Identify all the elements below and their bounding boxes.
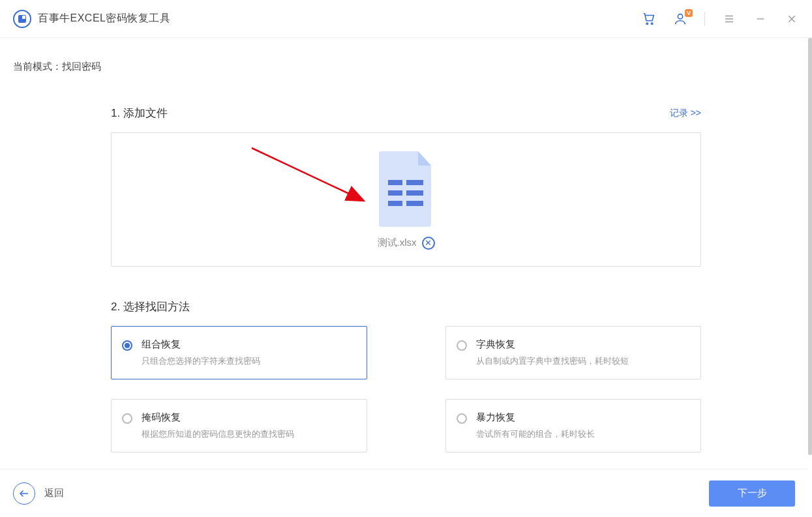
close-icon[interactable] [785, 12, 799, 26]
file-dropzone[interactable]: 测试.xlsx ✕ [111, 132, 701, 267]
app-title: 百事牛EXCEL密码恢复工具 [38, 12, 170, 25]
app-brand: 百事牛EXCEL密码恢复工具 [13, 10, 170, 28]
method-desc: 从自制或内置字典中查找密码，耗时较短 [476, 356, 629, 367]
records-link[interactable]: 记录 >> [670, 108, 701, 119]
method-name: 字典恢复 [476, 338, 629, 351]
method-desc: 只组合您选择的字符来查找密码 [142, 356, 260, 367]
titlebar-controls: V [642, 12, 799, 26]
method-mask[interactable]: 掩码恢复 根据您所知道的密码信息更快的查找密码 [111, 399, 367, 452]
current-mode: 当前模式：找回密码 [13, 61, 799, 73]
mode-label: 当前模式： [13, 61, 62, 72]
content-area: 当前模式：找回密码 1. 添加文件 记录 >> [0, 38, 812, 469]
remove-file-icon[interactable]: ✕ [422, 237, 435, 250]
menu-icon[interactable] [722, 12, 736, 26]
method-name: 掩码恢复 [142, 411, 294, 424]
method-name: 暴力恢复 [476, 411, 595, 424]
user-icon[interactable]: V [673, 12, 687, 26]
svg-point-0 [646, 23, 648, 24]
radio-icon [122, 340, 132, 351]
method-desc: 尝试所有可能的组合，耗时较长 [476, 429, 595, 440]
section1-head: 1. 添加文件 记录 >> [111, 106, 701, 121]
svg-point-1 [651, 23, 652, 24]
back-label: 返回 [44, 487, 64, 499]
method-grid: 组合恢复 只组合您选择的字符来查找密码 字典恢复 从自制或内置字典中查找密码，耗… [111, 326, 701, 452]
arrow-annotation [248, 145, 372, 210]
method-dictionary[interactable]: 字典恢复 从自制或内置字典中查找密码，耗时较短 [445, 326, 702, 379]
scrollbar-thumb[interactable] [808, 38, 812, 455]
svg-line-10 [252, 148, 363, 200]
svg-rect-14 [406, 190, 423, 196]
file-name-row: 测试.xlsx ✕ [378, 237, 435, 250]
svg-rect-12 [406, 180, 423, 185]
radio-icon [457, 413, 467, 424]
cart-icon[interactable] [642, 12, 656, 26]
radio-icon [457, 340, 467, 351]
section2-title: 2. 选择找回方法 [111, 299, 701, 314]
titlebar: 百事牛EXCEL密码恢复工具 V [0, 0, 812, 38]
minimize-icon[interactable] [753, 12, 768, 26]
next-button[interactable]: 下一步 [709, 480, 795, 507]
svg-rect-16 [406, 201, 423, 206]
vip-badge: V [685, 9, 693, 17]
app-logo-icon [13, 10, 31, 28]
scrollbar[interactable] [808, 38, 812, 517]
divider [704, 12, 705, 26]
radio-icon [122, 413, 132, 424]
method-name: 组合恢复 [142, 338, 260, 351]
xlsx-file-icon [376, 150, 436, 230]
mode-value: 找回密码 [62, 61, 101, 72]
svg-rect-11 [388, 180, 402, 185]
method-desc: 根据您所知道的密码信息更快的查找密码 [142, 429, 294, 440]
section1-title: 1. 添加文件 [111, 106, 168, 121]
svg-rect-13 [388, 190, 402, 196]
svg-point-2 [678, 14, 682, 18]
svg-rect-15 [388, 201, 402, 206]
method-combination[interactable]: 组合恢复 只组合您选择的字符来查找密码 [111, 326, 367, 379]
file-name: 测试.xlsx [378, 237, 417, 249]
method-bruteforce[interactable]: 暴力恢复 尝试所有可能的组合，耗时较长 [445, 399, 702, 452]
back-arrow-icon [13, 482, 35, 505]
footer: 返回 下一步 [0, 469, 808, 517]
back-button[interactable]: 返回 [13, 482, 64, 505]
